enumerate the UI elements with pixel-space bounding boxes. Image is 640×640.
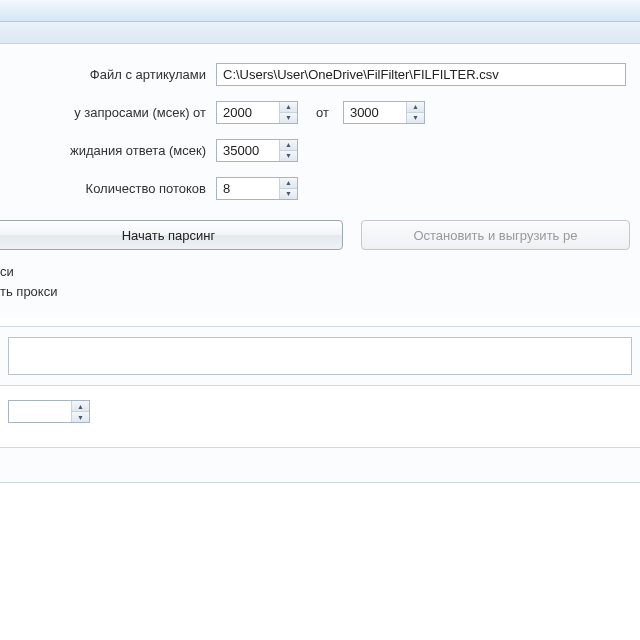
- timeout-stepper[interactable]: ▲ ▼: [216, 139, 298, 162]
- extra-spinner: ▲ ▼: [71, 401, 89, 422]
- delay-to-stepper[interactable]: ▲ ▼: [343, 101, 425, 124]
- spin-up-icon[interactable]: ▲: [280, 140, 297, 151]
- spin-down-icon[interactable]: ▼: [72, 412, 89, 422]
- extra-stepper[interactable]: ▲ ▼: [8, 400, 90, 423]
- panel-box-1: [0, 326, 640, 386]
- button-row: Начать парсинг Остановить и выгрузить ре: [0, 214, 630, 260]
- panel-numeric: ▲ ▼: [0, 386, 640, 437]
- label-file: Файл с артикулами: [0, 67, 216, 82]
- label-check-proxy: ть прокси: [0, 282, 630, 302]
- spin-down-icon[interactable]: ▼: [280, 189, 297, 199]
- stop-export-button: Остановить и выгрузить ре: [361, 220, 630, 250]
- threads-stepper[interactable]: ▲ ▼: [216, 177, 298, 200]
- label-delay: у запросами (мсек) от: [0, 105, 216, 120]
- textbox-1[interactable]: [8, 337, 632, 375]
- timeout-input[interactable]: [217, 140, 279, 161]
- spin-up-icon[interactable]: ▲: [407, 102, 424, 113]
- start-parsing-button[interactable]: Начать парсинг: [0, 220, 343, 250]
- row-timeout: жидания ответа (мсек) ▲ ▼: [0, 138, 630, 162]
- row-file: Файл с артикулами: [0, 62, 630, 86]
- row-delay: у запросами (мсек) от ▲ ▼ от ▲ ▼: [0, 100, 630, 124]
- timeout-spinner: ▲ ▼: [279, 140, 297, 161]
- label-threads: Количество потоков: [0, 181, 216, 196]
- label-timeout: жидания ответа (мсек): [0, 143, 216, 158]
- proxy-area: си ть прокси: [0, 260, 630, 308]
- delay-from-spinner: ▲ ▼: [279, 102, 297, 123]
- row-threads: Количество потоков ▲ ▼: [0, 176, 630, 200]
- spin-up-icon[interactable]: ▲: [280, 178, 297, 189]
- label-proxy: си: [0, 262, 630, 282]
- threads-input[interactable]: [217, 178, 279, 199]
- label-to: от: [316, 105, 329, 120]
- spin-down-icon[interactable]: ▼: [407, 113, 424, 123]
- spin-down-icon[interactable]: ▼: [280, 151, 297, 161]
- delay-from-input[interactable]: [217, 102, 279, 123]
- spin-up-icon[interactable]: ▲: [280, 102, 297, 113]
- delay-to-spinner: ▲ ▼: [406, 102, 424, 123]
- spin-up-icon[interactable]: ▲: [72, 401, 89, 412]
- spin-down-icon[interactable]: ▼: [280, 113, 297, 123]
- toolbar-strip: [0, 22, 640, 44]
- app-window: Файл с артикулами у запросами (мсек) от …: [0, 0, 640, 640]
- delay-to-input[interactable]: [344, 102, 406, 123]
- titlebar: [0, 0, 640, 22]
- form-area: Файл с артикулами у запросами (мсек) от …: [0, 44, 640, 318]
- extra-input[interactable]: [9, 401, 71, 422]
- delay-from-stepper[interactable]: ▲ ▼: [216, 101, 298, 124]
- panel-empty: [0, 447, 640, 483]
- file-path-input[interactable]: [216, 63, 626, 86]
- threads-spinner: ▲ ▼: [279, 178, 297, 199]
